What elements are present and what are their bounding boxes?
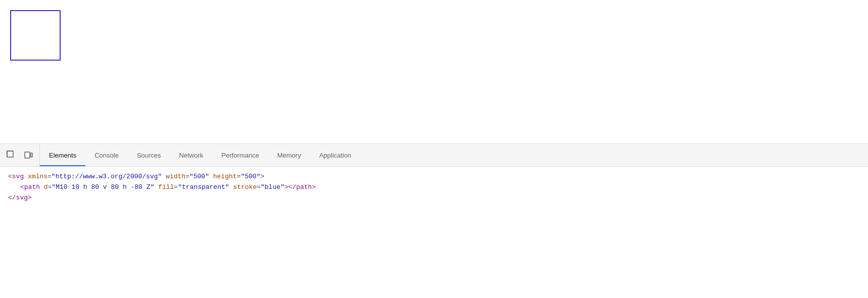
svg-rect-4	[31, 153, 32, 157]
space-6	[229, 182, 233, 193]
tag-path-open: <path	[20, 182, 40, 193]
attr-width-name: width	[166, 172, 185, 182]
space-4	[40, 182, 44, 193]
device-toolbar-button[interactable]	[21, 148, 35, 162]
tab-elements[interactable]: Elements	[40, 144, 85, 166]
code-line-1: <svg xmlns = "http://www.w3.org/2000/svg…	[8, 172, 860, 182]
code-line-3: </svg>	[8, 193, 860, 204]
space-1	[24, 172, 28, 182]
tab-console[interactable]: Console	[85, 144, 128, 166]
tab-application[interactable]: Application	[310, 144, 361, 166]
space-5	[154, 182, 158, 193]
attr-width-value: "500"	[189, 172, 209, 182]
indent-2	[8, 182, 20, 193]
page-preview-area	[0, 0, 868, 144]
tag-svg-open: <svg	[8, 172, 24, 182]
svg-rect-3	[25, 152, 30, 158]
tab-performance[interactable]: Performance	[212, 144, 268, 166]
attr-height-name: height	[213, 172, 237, 182]
eq-6: =	[257, 182, 261, 193]
cursor-icon	[7, 151, 16, 160]
tag-svg-close-bracket: >	[260, 172, 264, 182]
attr-d-value: "M10 10 h 80 v 80 h -80 Z"	[52, 182, 154, 193]
devtools-elements-content: <svg xmlns = "http://www.w3.org/2000/svg…	[0, 167, 868, 298]
attr-d-name: d	[44, 182, 48, 193]
svg-rect-0	[7, 151, 13, 157]
devtools-panel: Elements Console Sources Network Perform…	[0, 144, 868, 298]
attr-stroke-value: "blue"	[261, 182, 284, 193]
space-3	[209, 172, 213, 182]
attr-xmlns-value: "http://www.w3.org/2000/svg"	[52, 172, 162, 182]
svg-preview	[10, 10, 61, 61]
eq-2: =	[185, 172, 189, 182]
svg-rect-preview	[10, 10, 61, 61]
attr-fill-name: fill	[158, 182, 174, 193]
space-2	[162, 172, 166, 182]
eq-5: =	[174, 182, 178, 193]
eq-1: =	[47, 172, 52, 182]
tab-network[interactable]: Network	[170, 144, 213, 166]
eq-4: =	[48, 182, 52, 193]
tab-memory[interactable]: Memory	[268, 144, 310, 166]
toolbar-icons	[0, 144, 40, 166]
attr-xmlns-name: xmlns	[28, 172, 47, 182]
tag-path-close: ></path>	[284, 182, 316, 193]
inspect-element-button[interactable]	[4, 148, 18, 162]
devtools-tabs: Elements Console Sources Network Perform…	[40, 144, 868, 166]
devtools-toolbar: Elements Console Sources Network Perform…	[0, 144, 868, 167]
device-icon	[24, 151, 33, 160]
tag-svg-closing: </svg>	[8, 193, 32, 204]
attr-height-value: "500"	[240, 172, 260, 182]
code-line-2: <path d = "M10 10 h 80 v 80 h -80 Z" fil…	[8, 182, 860, 193]
attr-fill-value: "transparent"	[178, 182, 229, 193]
eq-3: =	[237, 172, 241, 182]
tab-sources[interactable]: Sources	[128, 144, 170, 166]
attr-stroke-name: stroke	[233, 182, 257, 193]
